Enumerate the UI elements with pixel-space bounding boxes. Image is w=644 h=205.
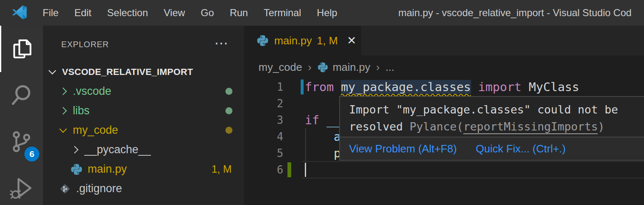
hover-actions: View Problem (Alt+F8) Quick Fix... (Ctrl… xyxy=(340,137,644,160)
indent-guide xyxy=(305,128,306,145)
menu-item-file[interactable]: File xyxy=(35,0,67,26)
line-text: if __ xyxy=(305,112,341,128)
explorer-sidebar: EXPLORER ⋯ VSCODE_RELATIVE_IMPORT .vscod… xyxy=(43,26,244,205)
tab-main-py[interactable]: main.py 1, M ✕ xyxy=(244,26,361,55)
file-tree: VSCODE_RELATIVE_IMPORT .vscodelibsmy_cod… xyxy=(43,62,244,198)
source-control-badge: 6 xyxy=(24,147,39,162)
close-icon[interactable]: ✕ xyxy=(347,34,357,47)
tree-item-label: main.py xyxy=(88,163,127,176)
breadcrumb-item-symbol[interactable]: ... xyxy=(385,61,395,74)
activity-search-button[interactable] xyxy=(0,72,43,118)
code-line-1[interactable]: 1from my_package.classes import MyClass xyxy=(244,79,644,95)
activity-run-debug-button[interactable] xyxy=(0,165,43,205)
python-icon xyxy=(317,62,328,73)
quick-fix-link[interactable]: Quick Fix... (Ctrl+.) xyxy=(476,142,565,155)
tree-item-main-py[interactable]: main.py1, M xyxy=(43,159,244,179)
git-status-dot xyxy=(225,127,232,134)
more-actions-icon[interactable]: ⋯ xyxy=(214,35,229,51)
search-icon xyxy=(10,84,33,107)
line-number: 4 xyxy=(244,130,283,143)
chevron-right-icon xyxy=(59,87,67,95)
python-icon xyxy=(70,163,83,176)
gutter xyxy=(283,128,305,145)
editor-region: main.py 1, M ✕ my_code › main.py › ... 1… xyxy=(244,26,644,205)
tree-item-label: __pycache__ xyxy=(84,143,151,156)
view-problem-link[interactable]: View Problem (Alt+F8) xyxy=(349,142,457,155)
hover-message-line2: resolved Pylance(reportMissingImports) xyxy=(349,118,635,135)
git-gutter-added-icon xyxy=(287,162,291,177)
line-text: a xyxy=(305,128,341,145)
tree-item-my-code[interactable]: my_code xyxy=(43,121,244,140)
gutter xyxy=(283,79,305,95)
hover-source-link[interactable]: reportMissingImports xyxy=(463,120,598,134)
python-icon xyxy=(256,34,269,47)
window-title: main.py - vscode_relative_import - Visua… xyxy=(398,0,632,26)
menu-item-help[interactable]: Help xyxy=(309,0,345,26)
highlighted-token: my_package.classes xyxy=(341,80,471,94)
tab-label: main.py xyxy=(274,34,312,47)
activity-explorer-button[interactable] xyxy=(0,26,43,72)
tree-item-gitignore[interactable]: .gitignore xyxy=(43,179,244,198)
git-status-dot xyxy=(225,107,232,114)
title-bar: FileEditSelectionViewGoRunTerminalHelp m… xyxy=(0,0,644,26)
token xyxy=(305,146,334,160)
vscode-logo-icon xyxy=(12,5,27,21)
run-debug-icon xyxy=(10,176,33,200)
menu-item-go[interactable]: Go xyxy=(193,0,222,26)
menu-item-run[interactable]: Run xyxy=(222,0,256,26)
tab-bar: main.py 1, M ✕ xyxy=(244,26,644,55)
line-number: 3 xyxy=(244,114,283,126)
text-cursor xyxy=(305,163,306,177)
git-icon xyxy=(59,183,71,195)
tree-item-label: .gitignore xyxy=(76,182,122,195)
line-number: 5 xyxy=(244,147,283,159)
vscode-window: FileEditSelectionViewGoRunTerminalHelp m… xyxy=(0,0,644,205)
gutter xyxy=(283,145,305,162)
tree-item-vscode[interactable]: .vscode xyxy=(43,82,244,101)
problem-badge: 1, M xyxy=(211,163,232,175)
token: if xyxy=(305,113,326,127)
breadcrumb: my_code › main.py › ... xyxy=(244,55,644,79)
hover-source: Pylance( xyxy=(409,120,463,133)
files-icon xyxy=(11,37,34,60)
sidebar-header: EXPLORER ⋯ xyxy=(43,37,244,51)
breadcrumb-separator: › xyxy=(308,61,312,74)
code-line-6[interactable]: 6 xyxy=(244,162,644,178)
menu-bar: FileEditSelectionViewGoRunTerminalHelp xyxy=(35,0,345,26)
git-gutter-modified-icon xyxy=(301,80,304,94)
token xyxy=(305,130,334,144)
line-number: 2 xyxy=(244,97,283,110)
current-line-highlight xyxy=(302,161,644,178)
tree-item-label: my_code xyxy=(73,124,118,137)
token xyxy=(471,80,478,94)
menu-item-selection[interactable]: Selection xyxy=(99,0,156,26)
hover-message-line1: Import "my_package.classes" could not be xyxy=(349,101,635,118)
root-folder-label: VSCODE_RELATIVE_IMPORT xyxy=(62,67,193,77)
breadcrumb-item-file[interactable]: main.py xyxy=(333,61,370,74)
tree-item-pycache[interactable]: __pycache__ xyxy=(43,140,244,159)
tree-root-folder[interactable]: VSCODE_RELATIVE_IMPORT xyxy=(43,62,244,82)
indent-guide xyxy=(305,145,306,162)
activity-source-control-button[interactable]: 6 xyxy=(0,118,43,165)
activity-bar: 6 xyxy=(0,26,43,205)
git-status-dot xyxy=(225,88,232,95)
diagnostic-hover-tooltip: Import "my_package.classes" could not be… xyxy=(339,96,644,161)
gutter xyxy=(283,95,305,112)
breadcrumb-item-folder[interactable]: my_code xyxy=(259,61,302,74)
gutter xyxy=(283,112,305,128)
line-number: 6 xyxy=(244,164,283,176)
menu-item-view[interactable]: View xyxy=(156,0,193,26)
line-number: 1 xyxy=(244,81,283,93)
chevron-down-icon xyxy=(48,67,56,74)
chevron-right-icon xyxy=(59,107,67,114)
tree-item-label: .vscode xyxy=(73,85,111,98)
tree-item-libs[interactable]: libs xyxy=(43,101,244,121)
breadcrumb-separator: › xyxy=(376,61,380,74)
chevron-down-icon xyxy=(59,125,67,133)
line-text: from my_package.classes import MyClass xyxy=(305,79,579,95)
menu-item-edit[interactable]: Edit xyxy=(67,0,99,26)
menu-item-terminal[interactable]: Terminal xyxy=(256,0,309,26)
token: MyClass xyxy=(522,80,579,94)
gutter xyxy=(283,162,305,178)
token: import xyxy=(478,80,522,94)
